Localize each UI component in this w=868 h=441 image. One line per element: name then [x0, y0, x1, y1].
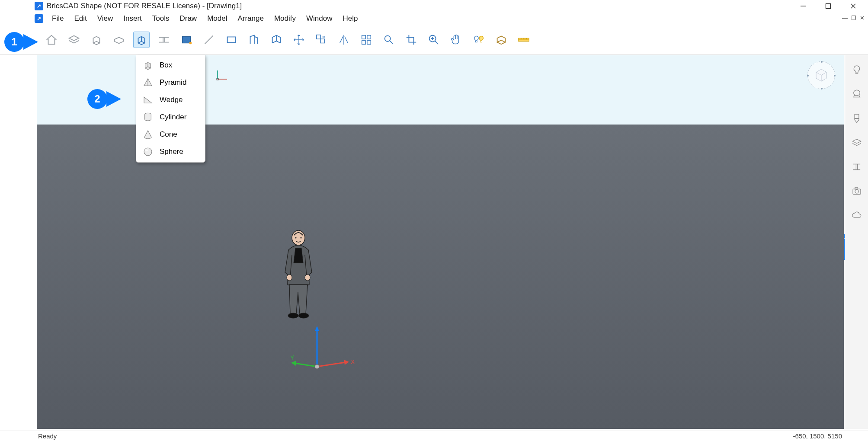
profile-icon[interactable] [851, 161, 863, 173]
svg-point-27 [144, 148, 152, 156]
primitive-label: Sphere [160, 147, 183, 156]
mdi-close[interactable]: ✕ [860, 15, 865, 21]
svg-point-39 [298, 313, 309, 318]
primitive-cone[interactable]: Cone [136, 126, 205, 143]
primitive-label: Box [160, 61, 172, 70]
person-figure [279, 227, 318, 323]
menu-model[interactable]: Model [202, 13, 232, 25]
crop-button[interactable] [403, 32, 420, 48]
svg-rect-11 [367, 35, 371, 38]
zoom-button[interactable] [426, 32, 442, 48]
primitive-label: Cone [160, 130, 177, 139]
svg-point-36 [287, 275, 292, 281]
status-coords: -650, 1500, 5150 [793, 432, 842, 440]
svg-point-38 [288, 313, 298, 318]
svg-rect-10 [362, 35, 365, 38]
window-button[interactable] [268, 32, 285, 48]
menu-tools[interactable]: Tools [147, 13, 175, 25]
box-primitive-button[interactable] [133, 32, 150, 48]
camera-icon[interactable] [851, 185, 863, 197]
view-cube[interactable] [807, 61, 835, 89]
svg-point-20 [474, 36, 478, 40]
plane-button[interactable] [178, 32, 195, 48]
svg-marker-41 [315, 326, 319, 331]
home-button[interactable] [43, 32, 60, 48]
menu-window[interactable]: Window [301, 13, 337, 25]
svg-rect-12 [362, 40, 365, 44]
primitive-box[interactable]: Box [136, 57, 205, 74]
door-button[interactable] [246, 32, 262, 48]
menu-draw[interactable]: Draw [174, 13, 202, 25]
primitive-cylinder[interactable]: Cylinder [136, 109, 205, 126]
svg-point-37 [305, 275, 310, 281]
menu-arrange[interactable]: Arrange [232, 13, 269, 25]
menu-modify[interactable]: Modify [269, 13, 301, 25]
slab-button[interactable] [111, 32, 127, 48]
brush-icon[interactable] [851, 112, 863, 125]
beam-button[interactable] [156, 32, 172, 48]
cloud-icon[interactable] [851, 209, 863, 221]
primitive-wedge[interactable]: Wedge [136, 91, 205, 109]
bulb-icon[interactable] [851, 64, 863, 76]
lightbulbs-button[interactable] [471, 32, 487, 48]
ruler-button[interactable] [516, 32, 532, 48]
balloon-icon[interactable] [851, 88, 863, 100]
menu-help[interactable]: Help [337, 13, 363, 25]
crosshair-cursor-icon [207, 70, 228, 91]
maximize-button[interactable] [816, 0, 841, 12]
svg-rect-1 [826, 4, 831, 9]
search-button[interactable] [381, 32, 397, 48]
menu-insert[interactable]: Insert [118, 13, 147, 25]
ucs-gizmo: X Y [291, 323, 360, 375]
hand-button[interactable] [448, 32, 464, 48]
line-button[interactable] [201, 32, 217, 48]
svg-point-46 [315, 364, 319, 369]
primitive-sphere[interactable]: Sphere [136, 143, 205, 160]
primitive-pyramid[interactable]: Pyramid [136, 74, 205, 91]
status-ready: Ready [38, 432, 57, 440]
right-side-panel [845, 55, 868, 429]
callout-1-label: 1 [4, 32, 24, 52]
array-copy-button[interactable] [313, 32, 330, 48]
svg-point-50 [855, 190, 858, 193]
status-bar: Ready -650, 1500, 5150 [0, 431, 868, 441]
material-button[interactable] [493, 32, 509, 48]
primitive-label: Pyramid [160, 78, 186, 87]
doc-icon: ↗ [35, 14, 43, 23]
extrude-button[interactable] [88, 32, 105, 48]
svg-line-42 [317, 362, 346, 367]
sphere-icon [142, 146, 154, 157]
menu-file[interactable]: File [47, 13, 69, 25]
layers-button[interactable] [66, 32, 82, 48]
main-toolbar [0, 25, 868, 54]
viewport-ground [37, 125, 844, 429]
axis-x-label: X [351, 358, 355, 365]
callout-2-label: 2 [87, 89, 107, 109]
wedge-icon [142, 94, 154, 105]
svg-rect-48 [855, 114, 859, 118]
close-button[interactable] [841, 0, 866, 12]
cone-icon [142, 129, 154, 140]
svg-rect-9 [320, 39, 324, 43]
svg-marker-45 [291, 361, 296, 366]
window-controls [791, 0, 866, 12]
primitive-label: Wedge [160, 96, 183, 104]
minimize-button[interactable] [791, 0, 816, 12]
menu-edit[interactable]: Edit [69, 13, 92, 25]
svg-point-34 [295, 237, 296, 238]
menu-view[interactable]: View [92, 13, 119, 25]
layers-icon[interactable] [851, 137, 863, 149]
grid-button[interactable] [358, 32, 375, 48]
mdi-minimize[interactable]: — [842, 15, 848, 21]
svg-point-28 [145, 149, 148, 151]
svg-rect-51 [855, 188, 858, 189]
svg-point-21 [479, 36, 483, 40]
mirror-button[interactable] [336, 32, 352, 48]
view-cube-icon [813, 67, 830, 84]
svg-line-6 [205, 35, 213, 44]
mdi-restore[interactable]: ❐ [851, 15, 856, 21]
move-button[interactable] [291, 32, 307, 48]
title-bar: ↗ BricsCAD Shape (NOT FOR RESALE License… [0, 0, 868, 12]
rectangle-button[interactable] [223, 32, 240, 48]
svg-rect-4 [183, 36, 191, 43]
